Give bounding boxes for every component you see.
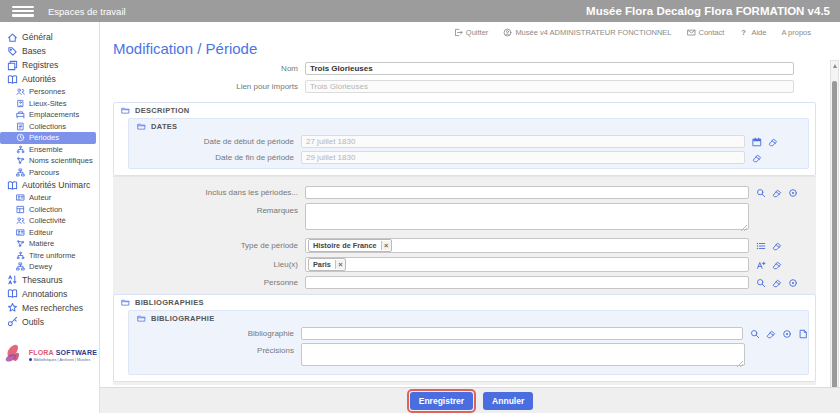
remove-tag-icon[interactable]: ×: [381, 241, 391, 250]
field-row-date-debut: Date de début de période: [129, 135, 808, 148]
sidebar-item-autorites[interactable]: Autorités: [0, 72, 99, 86]
field-row-inclus: Inclus dans les périodes...: [113, 186, 816, 199]
field-row-remarques: Remarques: [113, 203, 816, 234]
target-icon[interactable]: [782, 329, 792, 339]
sidebar-item-thesaurus[interactable]: Thesaurus: [0, 273, 99, 287]
section-dates: DATES Date de début de période Date de f…: [128, 118, 809, 169]
sidebar-item-collection[interactable]: Collection: [0, 204, 99, 216]
sidebar-item-label: Bases: [22, 46, 46, 56]
save-button[interactable]: Enregistrer: [410, 392, 473, 410]
utility-session[interactable]: Musée v4 ADMINISTRATEUR FONCTIONNEL: [503, 28, 671, 37]
section-bibliographie: BIBLIOGRAPHIE Bibliographie Préci: [128, 310, 809, 375]
sidebar-item-label: Matière: [29, 239, 54, 248]
folder-icon[interactable]: [121, 106, 130, 115]
sidebar-item-label: Thesaurus: [22, 275, 63, 285]
sidebar-item-dewey[interactable]: Dewey: [0, 261, 99, 273]
inclus-input[interactable]: [305, 186, 749, 199]
hamburger-menu-icon[interactable]: [12, 6, 34, 17]
tag-icon: [7, 46, 18, 57]
flora-logo: FLORA SOFTWARE Bibliothèques | Archives …: [4, 341, 97, 371]
folder-icon[interactable]: [137, 314, 146, 323]
sidebar-item-label: Périodes: [29, 133, 59, 142]
flora-logo-butterfly: [4, 341, 27, 371]
flora-brand: FLORA SOFTWARE: [29, 349, 97, 357]
section-dates-title: DATES: [151, 122, 177, 131]
document-icon[interactable]: [798, 329, 808, 339]
sidebar-item-autorites-unimarc[interactable]: Autorités Unimarc: [0, 178, 99, 192]
folder-icon[interactable]: [121, 298, 130, 307]
authority-link-icon[interactable]: [756, 260, 766, 270]
precisions-textarea[interactable]: [301, 343, 745, 366]
sidebar-item-general[interactable]: Général: [0, 30, 99, 44]
sidebar-item-annotations[interactable]: Annotations: [0, 287, 99, 301]
personne-input[interactable]: [305, 276, 749, 289]
lieux-label: Lieu(x): [113, 260, 305, 269]
sidebar-item-collectivite[interactable]: Collectivité: [0, 215, 99, 227]
sitemap-icon: [16, 262, 25, 271]
utility-aide[interactable]: ?Aide: [739, 28, 766, 37]
utility-contact[interactable]: Contact: [687, 28, 725, 37]
remove-tag-icon[interactable]: ×: [335, 260, 345, 269]
eraser-icon[interactable]: [752, 153, 762, 163]
sidebar-item-auteur[interactable]: Auteur: [0, 192, 99, 204]
vertical-scrollbar[interactable]: [830, 60, 839, 407]
sidebar-item-ensemble[interactable]: Ensemble: [0, 144, 99, 156]
sidebar-item-parcours[interactable]: Parcours: [0, 167, 99, 179]
folder-icon[interactable]: [137, 122, 146, 131]
form-scroll-area: QuitterMusée v4 ADMINISTRATEUR FONCTIONN…: [113, 22, 817, 385]
utility-bar: QuitterMusée v4 ADMINISTRATEUR FONCTIONN…: [113, 28, 817, 37]
sidebar-item-noms-scientifiques[interactable]: Noms scientifiques: [0, 155, 99, 167]
form-body-panel: Inclus dans les périodes... Remarques Ty…: [113, 176, 816, 385]
eraser-icon[interactable]: [768, 137, 778, 147]
sidebar-item-label: Dewey: [29, 262, 52, 271]
sidebar-item-outils[interactable]: Outils: [0, 315, 99, 329]
utility-quitter[interactable]: Quitter: [454, 28, 489, 37]
sidebar-item-label: Emplacements: [29, 110, 79, 119]
sidebar-item-emplacements[interactable]: Emplacements: [0, 109, 99, 121]
document-icon: [16, 122, 25, 131]
cancel-button[interactable]: Annuler: [483, 392, 533, 410]
sidebar-item-titre-uniforme[interactable]: Titre uniforme: [0, 250, 99, 262]
search-icon[interactable]: [756, 278, 766, 288]
eraser-icon[interactable]: [772, 241, 782, 251]
nom-input[interactable]: [305, 62, 794, 75]
sidebar-item-matiere[interactable]: Matière: [0, 238, 99, 250]
field-row-nom: Nom: [113, 62, 817, 75]
molecule-icon: [16, 156, 25, 165]
sidebar-item-registres[interactable]: Registres: [0, 58, 99, 72]
field-row-bibliographie: Bibliographie: [129, 327, 808, 340]
sidebar-item-label: Lieux-Sites: [29, 99, 67, 108]
book-icon: [7, 288, 18, 299]
sidebar-item-label: Annotations: [22, 289, 67, 299]
search-icon[interactable]: [750, 329, 760, 339]
sidebar-item-label: Autorités Unimarc: [22, 180, 90, 190]
sidebar-item-mes-recherches[interactable]: Mes recherches: [0, 301, 99, 315]
eraser-icon[interactable]: [772, 278, 782, 288]
sidebar-item-label: Personnes: [29, 87, 65, 96]
sidebar-item-lieux-sites[interactable]: Lieux-Sites: [0, 98, 99, 110]
sidebar-item-bases[interactable]: Bases: [0, 44, 99, 58]
scrollbar-thumb[interactable]: [832, 81, 837, 389]
target-icon[interactable]: [788, 188, 798, 198]
tree-icon: [16, 251, 25, 260]
search-icon[interactable]: [756, 188, 766, 198]
sidebar-item-personnes[interactable]: Personnes: [0, 86, 99, 98]
bibliographie-input[interactable]: [301, 327, 743, 340]
type-periode-input[interactable]: Histoire de France×: [305, 238, 749, 253]
eraser-icon[interactable]: [772, 188, 782, 198]
list-icon[interactable]: [756, 241, 766, 251]
molecule-icon: [16, 239, 25, 248]
type-periode-label: Type de période: [113, 241, 305, 250]
lieux-input[interactable]: Paris×: [305, 257, 749, 272]
calendar-icon[interactable]: [752, 137, 762, 147]
utility-apropos[interactable]: A propos: [781, 28, 811, 37]
mail-icon: [687, 28, 696, 37]
eraser-icon[interactable]: [772, 260, 782, 270]
eraser-icon[interactable]: [766, 329, 776, 339]
workspace-label[interactable]: Espaces de travail: [48, 6, 126, 17]
sidebar-item-periodes[interactable]: Périodes: [0, 132, 96, 144]
target-icon[interactable]: [788, 278, 798, 288]
remarques-textarea[interactable]: [305, 203, 749, 230]
sidebar-item-collections[interactable]: Collections: [0, 121, 99, 133]
sidebar-item-editeur[interactable]: Editeur: [0, 227, 99, 239]
